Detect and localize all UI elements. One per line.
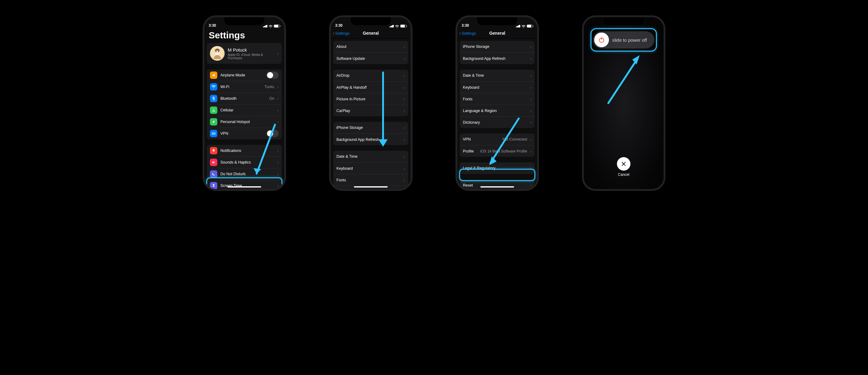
phone-1: 3:30 Settings M Potuck Apple ID, iCloud,…: [203, 15, 286, 191]
row-label: iPhone Storage: [336, 126, 401, 130]
toggle[interactable]: [267, 71, 279, 79]
row-date-time[interactable]: Date & Time›: [333, 151, 408, 162]
back-button[interactable]: ‹ Settings: [333, 31, 350, 36]
link-icon: [210, 118, 217, 126]
settings-row-notifications[interactable]: Notifications›: [207, 145, 282, 157]
status-time: 3:30: [209, 23, 216, 28]
row-about[interactable]: About›: [333, 41, 408, 53]
toggle[interactable]: [267, 130, 279, 137]
back-label: Settings: [462, 31, 476, 36]
settings-row-cellular[interactable]: Cellular›: [207, 104, 282, 116]
chevron-right-icon: ›: [530, 56, 532, 61]
row-label: Keyboard: [336, 166, 401, 170]
row-iphone-storage[interactable]: iPhone Storage›: [333, 122, 408, 133]
tutorial-stage: 3:30 Settings M Potuck Apple ID, iCloud,…: [0, 0, 868, 375]
row-label: Do Not Disturb: [220, 172, 274, 176]
row-fonts[interactable]: Fonts›: [460, 93, 535, 105]
row-vpn[interactable]: VPNNot Connected›: [460, 133, 535, 145]
row-profile[interactable]: ProfileiOS 14 Beta Software Profile›: [460, 145, 535, 157]
chevron-right-icon: ›: [404, 166, 405, 171]
row-label: AirDrop: [336, 73, 401, 77]
row-keyboard[interactable]: Keyboard›: [460, 81, 535, 93]
row-keyboard[interactable]: Keyboard›: [333, 162, 408, 174]
notch: [351, 17, 391, 25]
row-label: Sounds & Haptics: [220, 160, 274, 164]
settings-row-bluetooth[interactable]: BluetoothOn›: [207, 93, 282, 104]
row-background-app-refresh[interactable]: Background App Refresh›: [460, 53, 535, 64]
signal-icon: [516, 25, 520, 28]
settings-row-vpn[interactable]: VPNVPN: [207, 128, 282, 139]
row-carplay[interactable]: CarPlay›: [333, 105, 408, 116]
chevron-right-icon: ›: [404, 97, 405, 101]
row-label: Legal & Regulatory: [463, 166, 527, 170]
nav-bar: ‹ Settings General: [331, 28, 411, 38]
chevron-right-icon: ›: [530, 166, 532, 170]
chevron-right-icon: ›: [404, 137, 405, 142]
row-value: On: [269, 96, 274, 101]
chevron-right-icon: ›: [277, 148, 279, 153]
row-legal-regulatory[interactable]: Legal & Regulatory›: [460, 162, 535, 174]
list-group: Reset›Shut Down: [460, 180, 535, 189]
settings-row-airplane-mode[interactable]: Airplane Mode: [207, 69, 282, 81]
page-title: Settings: [205, 28, 284, 43]
chevron-right-icon: ›: [404, 154, 405, 159]
status-icons: [516, 25, 533, 28]
row-iphone-storage[interactable]: iPhone Storage›: [460, 41, 535, 53]
scroll-area[interactable]: About›Software Update›AirDrop›AirPlay & …: [331, 38, 411, 189]
power-icon-knob[interactable]: [594, 33, 609, 47]
chevron-right-icon: ›: [530, 73, 532, 78]
chevron-right-icon: ›: [530, 149, 532, 154]
status-icons: [390, 25, 406, 28]
row-label: Cellular: [220, 108, 274, 112]
chevron-right-icon: ›: [530, 44, 532, 49]
row-label: Wi-Fi: [220, 85, 261, 89]
row-background-app-refresh[interactable]: Background App Refresh›: [333, 133, 408, 145]
row-label: VPN: [463, 137, 499, 142]
cancel-button[interactable]: Cancel: [617, 157, 630, 177]
back-button[interactable]: ‹ Settings: [459, 31, 476, 36]
row-software-update[interactable]: Software Update›: [333, 53, 408, 64]
row-reset[interactable]: Reset›: [460, 180, 535, 189]
settings-row-do-not-disturb[interactable]: Do Not Disturb›: [207, 168, 282, 180]
home-indicator[interactable]: [227, 186, 261, 187]
power-off-slider[interactable]: slide to power off: [593, 31, 654, 49]
chevron-right-icon: ›: [530, 85, 532, 90]
row-airdrop[interactable]: AirDrop›: [333, 70, 408, 81]
battery-icon: [274, 25, 280, 28]
row-dictionary[interactable]: Dictionary›: [460, 116, 535, 128]
row-language-region[interactable]: Language & Region›: [460, 105, 535, 116]
row-fonts[interactable]: Fonts›: [333, 174, 408, 186]
status-time: 3:30: [462, 23, 469, 28]
row-airplay-handoff[interactable]: AirPlay & Handoff›: [333, 81, 408, 93]
row-label: Software Update: [336, 57, 401, 61]
status-icons: [263, 25, 280, 28]
apple-id-cell[interactable]: M Potuck Apple ID, iCloud, Media & Purch…: [207, 43, 282, 64]
wifi-icon: [522, 25, 525, 28]
settings-row-personal-hotspot[interactable]: Personal Hotspot›: [207, 116, 282, 128]
list-group: VPNNot Connected›ProfileiOS 14 Beta Soft…: [460, 133, 535, 157]
row-date-time[interactable]: Date & Time›: [460, 70, 535, 81]
home-indicator[interactable]: [480, 186, 514, 187]
hourglass-icon: [210, 182, 217, 189]
settings-row-sounds-haptics[interactable]: Sounds & Haptics›: [207, 157, 282, 168]
wifi-icon: [395, 25, 399, 28]
phone-4: slide to power off Cancel: [582, 15, 665, 191]
settings-row-wi-fi[interactable]: Wi-FiTucks›: [207, 81, 282, 93]
airplane-icon: [210, 71, 217, 79]
row-label: Date & Time: [336, 154, 401, 159]
row-label: Date & Time: [463, 73, 527, 77]
svg-point-2: [215, 51, 216, 52]
svg-text:VPN: VPN: [212, 133, 215, 134]
moon-icon: [210, 170, 217, 178]
screen-power-off: slide to power off Cancel: [584, 17, 663, 189]
row-picture-in-picture[interactable]: Picture in Picture›: [333, 93, 408, 105]
chevron-right-icon: ›: [404, 85, 405, 90]
chevron-right-icon: ›: [404, 125, 405, 130]
antenna-icon: [210, 106, 217, 114]
signal-icon: [263, 25, 267, 28]
row-label: AirPlay & Handoff: [336, 85, 401, 90]
home-indicator[interactable]: [354, 186, 388, 187]
scroll-area[interactable]: iPhone Storage›Background App Refresh›Da…: [457, 38, 537, 189]
svg-point-3: [218, 51, 219, 52]
settings-row-screen-time[interactable]: Screen Time›: [207, 180, 282, 191]
